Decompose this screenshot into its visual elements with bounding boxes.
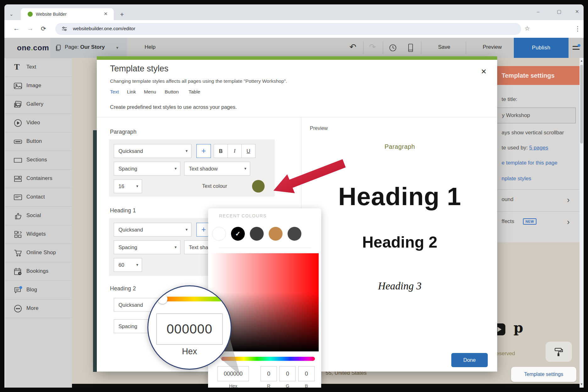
help-button[interactable]: Help xyxy=(145,44,156,50)
widgets-icon xyxy=(14,230,22,239)
colour-swatch-selected[interactable]: ✓ xyxy=(231,227,245,241)
sidebar-item-blog[interactable]: Blog xyxy=(5,281,72,300)
heading1-font-select[interactable]: Quicksand▾ xyxy=(114,223,191,237)
chevron-down-icon: ▾ xyxy=(185,223,188,236)
design-panel-button[interactable] xyxy=(546,342,572,362)
tab-close-icon[interactable]: ✕ xyxy=(104,11,108,17)
tab-table[interactable]: Table xyxy=(189,89,200,95)
green-input[interactable]: 0 xyxy=(279,366,296,381)
window-maximize-button[interactable]: ▢ xyxy=(557,9,561,14)
history-icon[interactable] xyxy=(388,43,397,52)
redo-icon[interactable]: ↷ xyxy=(369,42,376,52)
paragraph-colour-swatch[interactable] xyxy=(252,180,265,193)
tab-button[interactable]: Button xyxy=(165,89,179,95)
paint-tool-icon xyxy=(554,347,564,357)
colour-swatch[interactable] xyxy=(212,227,226,241)
underline-button[interactable]: U xyxy=(241,144,256,158)
forward-icon[interactable]: → xyxy=(27,25,33,32)
tab-link[interactable]: Link xyxy=(127,89,136,95)
new-tab-button[interactable]: + xyxy=(120,11,124,18)
magnifier-bubble: 000000 Hex xyxy=(147,285,232,370)
sidebar-item-image[interactable]: Image xyxy=(5,77,72,95)
back-icon[interactable]: ← xyxy=(13,25,19,32)
colour-swatch[interactable] xyxy=(250,227,264,241)
bookmark-star-icon[interactable]: ☆ xyxy=(525,25,530,32)
sidebar-item-button[interactable]: Button xyxy=(5,132,72,151)
browser-window: ⌄ Website Builder ✕ + – ▢ ✕ ← → ⟳ websit… xyxy=(4,4,584,388)
bold-button[interactable]: B xyxy=(214,144,228,158)
chevron-right-icon: › xyxy=(567,195,570,205)
blue-input[interactable]: 0 xyxy=(298,366,315,381)
colour-swatch[interactable] xyxy=(269,227,283,241)
browser-tab[interactable]: Website Builder ✕ xyxy=(21,8,114,20)
sidebar-item-social[interactable]: Social xyxy=(5,207,72,225)
modal-close-icon[interactable]: ✕ xyxy=(481,68,486,76)
modal-intro-text: Create predefined text styles to use acr… xyxy=(110,104,237,110)
sidebar-item-more[interactable]: More xyxy=(5,300,72,318)
gallery-icon xyxy=(14,100,22,109)
scroll-up-icon[interactable]: ▲ xyxy=(580,59,584,62)
site-favicon xyxy=(28,12,33,17)
template-settings-button[interactable]: Template settings xyxy=(511,367,576,382)
add-style-button[interactable]: + xyxy=(196,144,211,158)
sidebar-item-video[interactable]: Video xyxy=(5,114,72,132)
preview-heading2-sample: Heading 2 xyxy=(302,233,497,251)
sidebar-item-bookings[interactable]: Bookings xyxy=(5,262,72,281)
publish-button[interactable]: Publish xyxy=(514,38,569,58)
tab-search-icon[interactable]: ⌄ xyxy=(9,11,14,17)
sidebar-item-widgets[interactable]: Widgets xyxy=(5,225,72,244)
blue-input-label: B xyxy=(298,383,315,388)
window-minimize-button[interactable]: – xyxy=(537,9,539,14)
image-icon xyxy=(14,81,22,90)
done-button[interactable]: Done xyxy=(451,353,488,367)
template-styles-link[interactable]: nplate styles xyxy=(502,176,531,182)
change-template-link[interactable]: e template for this page xyxy=(502,160,558,166)
page-scrollbar[interactable]: ▲ ▼ xyxy=(580,58,584,388)
element-sidebar: T Text Image Gallery Video Button Sectio… xyxy=(5,58,72,388)
page-footer-bar xyxy=(72,384,584,388)
sidebar-item-online-shop[interactable]: Online Shop xyxy=(5,244,72,262)
paragraph-spacing-select[interactable]: Spacing▾ xyxy=(114,162,180,176)
modal-subtitle: Changing template styles affects all pag… xyxy=(110,78,287,84)
sidebar-item-contact[interactable]: Contact xyxy=(5,188,72,207)
containers-icon xyxy=(14,174,22,183)
sidebar-item-gallery[interactable]: Gallery xyxy=(5,95,72,114)
preview-label: Preview xyxy=(310,126,328,131)
paragraph-size-select[interactable]: 16▾ xyxy=(114,179,142,193)
tab-menu[interactable]: Menu xyxy=(144,89,156,95)
heading1-spacing-select[interactable]: Spacing▾ xyxy=(114,240,180,254)
used-by-pages-link[interactable]: 5 pages xyxy=(529,145,548,151)
undo-icon[interactable]: ↶ xyxy=(349,42,356,52)
scrollbar-thumb[interactable] xyxy=(580,65,583,143)
heading1-size-select[interactable]: 60▾ xyxy=(114,258,142,272)
sidebar-item-containers[interactable]: Containers xyxy=(5,170,72,188)
italic-button[interactable]: I xyxy=(228,144,242,158)
chevron-down-icon: ▾ xyxy=(136,180,138,193)
page-selector-label: Page: Our Story xyxy=(65,44,105,50)
preview-button[interactable]: Preview xyxy=(483,44,502,50)
paragraph-font-select[interactable]: Quicksand▾ xyxy=(114,144,191,158)
save-button[interactable]: Save xyxy=(438,44,450,50)
chevron-down-icon: ▾ xyxy=(136,258,138,272)
window-close-button[interactable]: ✕ xyxy=(575,9,579,14)
red-input[interactable]: 0 xyxy=(261,366,277,381)
reload-icon[interactable]: ⟳ xyxy=(41,25,46,32)
scroll-down-icon[interactable]: ▼ xyxy=(580,383,584,386)
pinterest-icon[interactable]: p xyxy=(514,320,523,336)
tab-text[interactable]: Text xyxy=(110,89,119,95)
browser-toolbar: ← → ⟳ websitebuilder.one.com/editor ☆ ⋮ xyxy=(4,20,584,38)
red-input-label: R xyxy=(261,383,277,388)
site-title-input[interactable]: y Workshop xyxy=(497,108,576,123)
colour-swatch[interactable] xyxy=(288,227,301,241)
paragraph-shadow-select[interactable]: Text shadow▾ xyxy=(184,162,250,176)
effects-row[interactable]: ffects NEW › xyxy=(493,211,580,233)
sidebar-item-text[interactable]: T Text xyxy=(5,58,72,77)
page-selector[interactable]: Page: Our Story ▾ xyxy=(50,38,127,58)
browser-menu-icon[interactable]: ⋮ xyxy=(574,25,581,32)
mobile-preview-icon[interactable] xyxy=(406,43,415,53)
sidebar-item-sections[interactable]: Sections xyxy=(5,151,72,170)
address-bar[interactable]: websitebuilder.one.com/editor xyxy=(55,23,521,35)
paragraph-section-label: Paragraph xyxy=(110,129,136,135)
paragraph-style-panel: Quicksand▾ + B I U Spacing▾ Text shadow▾… xyxy=(109,139,275,197)
background-row[interactable]: ound › xyxy=(493,189,580,211)
